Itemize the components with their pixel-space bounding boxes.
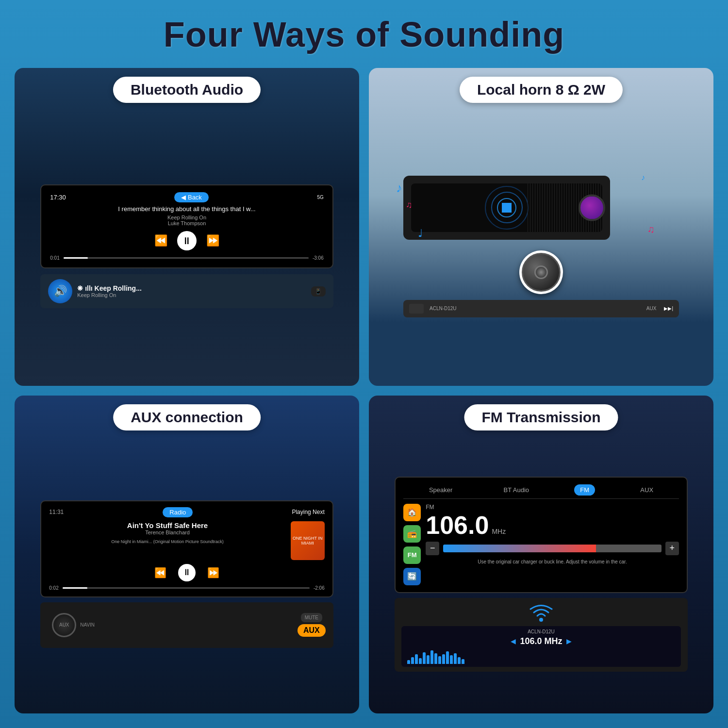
fm-icon-radio[interactable]: 📻 xyxy=(403,525,421,543)
cell-local-horn: Local horn 8 Ω 2W xyxy=(369,68,713,386)
horn-device xyxy=(403,176,610,240)
aux-media-screen: 11:31 Radio Playing Next Ain't Yo Stuff … xyxy=(40,500,333,597)
fm-transmission-signal xyxy=(401,603,681,622)
cell-bluetooth-label: Bluetooth Audio xyxy=(113,77,261,103)
aux-radio-label: Radio xyxy=(163,507,193,517)
cell-fm-label: FM Transmission xyxy=(464,404,618,430)
fm-car-frequency: 106.0 MHz xyxy=(520,636,562,646)
fm-side-icons: 🏠 📻 FM 🔄 xyxy=(403,504,421,585)
media-controls: ⏪ ⏸ ⏩ xyxy=(50,231,324,250)
fm-mhz-label: MHz xyxy=(492,528,506,535)
cell-fm-content: Speaker BT Audio FM AUX 🏠 📻 FM 🔄 xyxy=(369,396,713,713)
aux-forward[interactable]: ⏩ xyxy=(207,567,219,579)
music-note-2: ♫ xyxy=(406,200,413,210)
fm-tabs: Speaker BT Audio FM AUX xyxy=(403,484,679,499)
aux-playing-next: Playing Next xyxy=(292,509,324,515)
fast-forward-button[interactable]: ⏩ xyxy=(206,234,219,247)
aux-album: One Night in Miami... (Original Motion P… xyxy=(49,539,286,544)
fm-equalizer xyxy=(407,649,675,664)
aux-car-dashboard: AUX NAVIN MUTE AUX xyxy=(40,602,333,648)
aux-progress-fill xyxy=(63,587,87,589)
signal-indicator: 5G xyxy=(317,195,323,200)
fm-increase-button[interactable]: + xyxy=(665,542,679,555)
aux-time: 11:31 xyxy=(49,509,64,515)
bt-track-label: ❋ ıllı Keep Rolling... xyxy=(77,284,142,292)
music-note-1: ♪ xyxy=(396,181,402,196)
cell-aux-connection: AUX connection 11:31 Radio Playing Next … xyxy=(15,396,359,713)
feature-grid: Bluetooth Audio 17:30 ◀ Back 5G I rememb… xyxy=(15,68,713,713)
aux-artist: Terence Blanchard xyxy=(49,529,286,535)
aux-media-controls: ⏪ ⏸ ⏩ xyxy=(49,564,325,581)
fm-signal-bar xyxy=(443,545,662,552)
song-artist: Keep Rolling On xyxy=(50,215,324,220)
svg-point-0 xyxy=(539,618,543,622)
bt-car-label: Keep Rolling On xyxy=(77,292,142,298)
subwoofer-icon xyxy=(519,250,563,294)
aux-cable-label: AUX xyxy=(298,624,326,637)
fm-icon-fm[interactable]: FM xyxy=(403,546,421,564)
cell-aux-content: 11:31 Radio Playing Next Ain't Yo Stuff … xyxy=(15,396,359,713)
aux-time-start: 0:02 xyxy=(49,585,58,591)
cell-fm-transmission: FM Transmission Speaker BT Audio FM AUX … xyxy=(369,396,713,713)
page-title: Four Ways of Sounding xyxy=(164,15,564,54)
fm-car-dashboard: ACLN-D12U ◀ 106.0 MHz ▶ xyxy=(395,598,688,672)
tab-aux[interactable]: AUX xyxy=(634,484,659,496)
aux-song-title: Ain't Yo Stuff Safe Here xyxy=(49,521,286,529)
tab-fm[interactable]: FM xyxy=(574,484,595,496)
cell-horn-label: Local horn 8 Ω 2W xyxy=(460,77,623,103)
aux-progress: 0:02 -2:06 xyxy=(49,585,325,591)
aux-play-pause[interactable]: ⏸ xyxy=(178,564,196,581)
progress-bar-fill xyxy=(64,257,88,259)
car-dashboard-bt: 🔊 ❋ ıllı Keep Rolling... Keep Rolling On… xyxy=(40,274,333,308)
rewind-button[interactable]: ⏪ xyxy=(154,234,167,247)
progress-bar-track[interactable] xyxy=(64,257,309,259)
fm-freq-label: FM xyxy=(426,504,679,511)
fm-frequency-display: 106.0 xyxy=(426,513,489,538)
play-pause-button[interactable]: ⏸ xyxy=(177,231,197,250)
aux-album-art: ONE NIGHT IN MIAMI xyxy=(291,521,325,560)
fm-arrow-left[interactable]: ◀ xyxy=(511,637,516,645)
time-end: -3:06 xyxy=(313,255,324,261)
back-button[interactable]: ◀ Back xyxy=(174,192,209,202)
cell-aux-label: AUX connection xyxy=(113,404,261,430)
horn-car-dashboard: ACLN-D12U AUX ▶▶| xyxy=(403,300,679,317)
media-time: 17:30 xyxy=(50,194,66,201)
fm-icon-sync[interactable]: 🔄 xyxy=(403,568,421,585)
aux-rewind[interactable]: ⏪ xyxy=(154,567,166,579)
time-start: 0:01 xyxy=(50,255,59,261)
cell-bluetooth-content: 17:30 ◀ Back 5G I remember thinking abou… xyxy=(15,68,359,386)
music-note-4: ♪ xyxy=(641,173,645,182)
song-artist-2: Luke Thompson xyxy=(50,220,324,226)
fm-main-display: FM 106.0 MHz − + Use the original car ch… xyxy=(426,504,679,585)
fm-signal-controls: − + xyxy=(426,542,679,555)
song-title: I remember thinking about all the things… xyxy=(50,205,324,213)
fm-media-screen: Speaker BT Audio FM AUX 🏠 📻 FM 🔄 xyxy=(395,477,688,593)
fm-icon-home[interactable]: 🏠 xyxy=(403,504,421,521)
tab-speaker[interactable]: Speaker xyxy=(423,484,458,496)
fm-decrease-button[interactable]: − xyxy=(426,542,439,555)
fm-car-display: ACLN-D12U ◀ 106.0 MHz ▶ xyxy=(401,626,681,667)
aux-progress-bar[interactable] xyxy=(63,587,310,589)
music-note-3: ♩ xyxy=(418,227,423,240)
media-player-screen: 17:30 ◀ Back 5G I remember thinking abou… xyxy=(40,184,333,268)
bt-phone-label: 📱 xyxy=(311,286,326,297)
fm-content-area: 🏠 📻 FM 🔄 FM 106.0 MHz xyxy=(403,504,679,585)
bluetooth-speaker-icon: 🔊 xyxy=(48,279,72,303)
media-progress-bar: 0:01 -3:06 xyxy=(50,255,324,261)
fm-usage-note: Use the original car charger or buck lin… xyxy=(426,559,679,564)
music-note-5: ♫ xyxy=(647,224,655,235)
page-wrapper: Four Ways of Sounding Bluetooth Audio 17… xyxy=(0,0,728,728)
aux-time-end: -2:06 xyxy=(314,585,325,591)
fm-arrow-right[interactable]: ▶ xyxy=(566,637,572,645)
cell-horn-content: ♪ ♫ ♩ ♪ ♫ ACLN-D12U AUX ▶▶| xyxy=(369,68,713,386)
tab-bt-audio[interactable]: BT Audio xyxy=(498,484,535,496)
cell-bluetooth-audio: Bluetooth Audio 17:30 ◀ Back 5G I rememb… xyxy=(15,68,359,386)
